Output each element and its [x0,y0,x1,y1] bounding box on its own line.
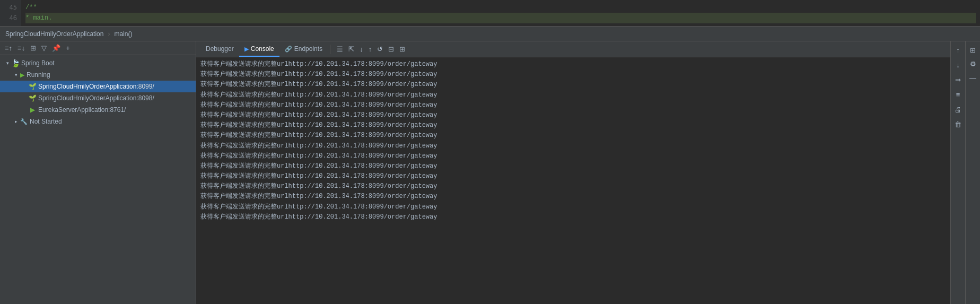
line-numbers: 45 46 [0,0,21,26]
code-line-46: * main. [25,13,976,23]
console-line-13: 获得客户端发送请求的完整urlhttp://10.201.34.178:8099… [200,192,946,202]
console-line-5: 获得客户端发送请求的完整urlhttp://10.201.34.178:8099… [200,110,946,120]
console-line-12: 获得客户端发送请求的完整urlhttp://10.201.34.178:8099… [200,181,946,192]
app-8098-icon: 🌱 [29,94,36,102]
filter-button[interactable]: ▽ [40,44,48,53]
running-icon: ▶ [20,72,24,79]
services-list: 🍃 Spring Boot ▶ Running 🌱 SpringCloudHmi… [0,55,196,304]
endpoints-tab-icon: 🔗 [285,46,292,53]
pin-button[interactable]: 📌 [50,44,62,53]
group-button[interactable]: ⊞ [29,44,38,53]
far-right-minimize-btn[interactable]: — [967,71,979,84]
sidebar-menu-btn[interactable]: ≡ [952,88,965,101]
tab-endpoints[interactable]: 🔗Endpoints [279,42,328,57]
sidebar-down-btn[interactable]: ↓ [952,58,965,71]
console-output: 获得客户端发送请求的完整urlhttp://10.201.34.178:8099… [196,57,950,224]
sidebar-print-btn[interactable]: 🖨 [952,103,965,116]
app-eureka-label: EurekaServerApplication [38,106,108,114]
toolbar-separator [330,45,330,54]
app-8098-label: SpringCloudHmilyOrderApplication [38,94,136,102]
app-8099-icon: 🌱 [29,83,36,90]
spring-boot-icon: 🍃 [12,59,19,67]
scroll-down-btn[interactable]: ↓ [357,44,365,55]
console-line-2: 获得客户端发送请求的完整urlhttp://10.201.34.178:8099… [200,80,946,90]
services-panel: ≡↑ ≡↓ ⊞ ▽ 📌 + 🍃 Spring Boot ▶ Running [0,41,196,304]
tab-debugger[interactable]: Debugger [200,42,239,57]
not-started-item[interactable]: 🔧 Not Started [0,116,196,127]
console-line-6: 获得客户端发送请求的完整urlhttp://10.201.34.178:8099… [200,120,946,131]
console-tab-icon: ▶ [244,46,249,53]
code-lines: /** * main. [21,0,980,26]
console-toolbar: Debugger ▶Console 🔗Endpoints ☰ ⇱ ↓ ↑ ↺ ⊟… [196,41,950,57]
breadcrumb-separator: › [108,30,110,38]
far-right-settings-btn[interactable]: ⚙ [967,57,979,70]
code-line-45: /** [25,2,976,13]
console-panel: Debugger ▶Console 🔗Endpoints ☰ ⇱ ↓ ↑ ↺ ⊟… [196,41,950,304]
sidebar-delete-btn[interactable]: 🗑 [952,118,965,131]
breadcrumb: SpringCloudHmilyOrderApplication › main(… [0,27,980,41]
breadcrumb-class[interactable]: SpringCloudHmilyOrderApplication [5,30,103,38]
app-eureka-port: :8761/ [108,106,126,114]
running-item[interactable]: ▶ Running [0,69,196,81]
sidebar-up-btn[interactable]: ↑ [952,44,965,56]
console-line-1: 获得客户端发送请求的完整urlhttp://10.201.34.178:8099… [200,70,946,80]
right-sidebar: ↑ ↓ ⇒ ≡ 🖨 🗑 [950,41,965,304]
running-label: Running [27,71,50,79]
app-8099-port: :8099/ [136,83,154,90]
running-arrow [13,72,19,78]
console-line-14: 获得客户端发送请求的完整urlhttp://10.201.34.178:8099… [200,202,946,212]
not-started-icon: 🔧 [20,118,28,125]
far-right-grid-btn[interactable]: ⊞ [967,44,979,56]
layout-btn[interactable]: ⊟ [386,44,396,55]
console-line-3: 获得客户端发送请求的完整urlhttp://10.201.34.178:8099… [200,90,946,100]
main-layout: ≡↑ ≡↓ ⊞ ▽ 📌 + 🍃 Spring Boot ▶ Running [0,41,980,304]
add-button[interactable]: + [64,44,72,53]
app-8098-port: :8098/ [136,94,154,102]
scroll-up-btn[interactable]: ↑ [366,44,374,55]
console-line-10: 获得客户端发送请求的完整urlhttp://10.201.34.178:8099… [200,161,946,171]
spring-boot-item[interactable]: 🍃 Spring Boot [0,57,196,69]
clear-btn[interactable]: ↺ [375,44,385,55]
console-output-wrapper: 获得客户端发送请求的完整urlhttp://10.201.34.178:8099… [196,57,950,304]
app-eureka-icon: ▶ [29,106,36,114]
sidebar-forward-btn[interactable]: ⇒ [952,73,965,86]
console-line-4: 获得客户端发送请求的完整urlhttp://10.201.34.178:8099… [200,100,946,110]
app-item-eureka[interactable]: ▶ EurekaServerApplication :8761/ [0,104,196,116]
not-started-label: Not Started [30,118,62,125]
spring-boot-label: Spring Boot [21,59,55,67]
console-line-15: 获得客户端发送请求的完整urlhttp://10.201.34.178:8099… [200,212,946,222]
console-line-7: 获得客户端发送请求的完整urlhttp://10.201.34.178:8099… [200,131,946,141]
sort-desc-button[interactable]: ≡↓ [16,44,27,53]
app-8099-label: SpringCloudHmilyOrderApplication [38,83,136,90]
not-started-arrow [13,118,19,125]
console-line-8: 获得客户端发送请求的完整urlhttp://10.201.34.178:8099… [200,141,946,151]
console-line-0: 获得客户端发送请求的完整urlhttp://10.201.34.178:8099… [200,59,946,70]
sort-asc-button[interactable]: ≡↑ [3,44,14,53]
line-num-45: 45 [0,2,17,13]
console-line-11: 获得客户端发送请求的完整urlhttp://10.201.34.178:8099… [200,171,946,181]
services-toolbar: ≡↑ ≡↓ ⊞ ▽ 📌 + [0,41,196,55]
scroll-end-btn[interactable]: ⇱ [346,44,356,55]
split-btn[interactable]: ⊞ [397,44,407,55]
menu-btn[interactable]: ☰ [335,44,345,55]
app-item-8098[interactable]: 🌱 SpringCloudHmilyOrderApplication :8098… [0,92,196,104]
tab-console[interactable]: ▶Console [239,42,279,57]
far-right-panel: ⊞ ⚙ — [965,41,980,304]
breadcrumb-method[interactable]: main() [114,30,132,38]
console-line-9: 获得客户端发送请求的完整urlhttp://10.201.34.178:8099… [200,151,946,161]
spring-boot-arrow [4,60,11,66]
code-area: 45 46 /** * main. [0,0,980,27]
line-num-46: 46 [0,13,17,23]
console-action-icons: ☰ ⇱ ↓ ↑ ↺ ⊟ ⊞ [335,44,407,55]
app-item-8099[interactable]: 🌱 SpringCloudHmilyOrderApplication :8099… [0,81,196,92]
